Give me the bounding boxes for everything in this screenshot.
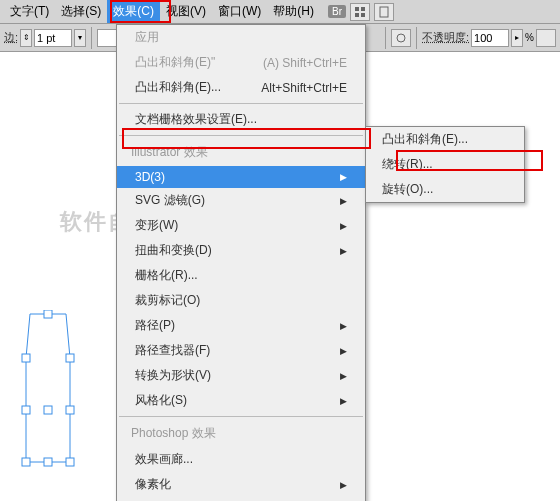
- submenu-arrow-icon: ▶: [340, 371, 347, 381]
- menu-item-extrude-alt[interactable]: 凸出和斜角(E)... Alt+Shift+Ctrl+E: [117, 75, 365, 100]
- menu-item-label: 栅格化(R)...: [135, 267, 198, 284]
- menu-view[interactable]: 视图(V): [160, 0, 212, 23]
- svg-rect-8: [66, 354, 74, 362]
- menu-item-distort-ps[interactable]: 扭曲 ▶: [117, 497, 365, 501]
- menu-select[interactable]: 选择(S): [55, 0, 107, 23]
- submenu-arrow-icon: ▶: [340, 172, 347, 182]
- menu-item-label: 像素化: [135, 476, 171, 493]
- menu-help[interactable]: 帮助(H): [267, 0, 320, 23]
- toolbar-button[interactable]: [536, 29, 556, 47]
- menu-item-label: 凸出和斜角(E)...: [135, 79, 221, 96]
- menu-item-raster-settings[interactable]: 文档栅格效果设置(E)...: [117, 107, 365, 132]
- submenu-item-extrude-bevel[interactable]: 凸出和斜角(E)...: [366, 127, 524, 152]
- menu-item-rasterize[interactable]: 栅格化(R)...: [117, 263, 365, 288]
- submenu-arrow-icon: ▶: [340, 480, 347, 490]
- toolbar-button[interactable]: [391, 29, 411, 47]
- stroke-dropdown-icon[interactable]: ▾: [74, 29, 86, 47]
- submenu-arrow-icon: ▶: [340, 221, 347, 231]
- menu-item-label: 凸出和斜角(E)": [135, 54, 215, 71]
- bridge-button[interactable]: Br: [328, 5, 346, 18]
- percent-label: %: [525, 32, 534, 43]
- menu-item-effect-gallery[interactable]: 效果画廊...: [117, 447, 365, 472]
- menu-item-label: 裁剪标记(O): [135, 292, 200, 309]
- svg-rect-13: [44, 458, 52, 466]
- menu-text[interactable]: 文字(T): [4, 0, 55, 23]
- svg-point-5: [397, 34, 405, 42]
- menu-item-stylize-ai[interactable]: 风格化(S) ▶: [117, 388, 365, 413]
- svg-rect-6: [44, 310, 52, 318]
- submenu-item-revolve[interactable]: 绕转(R)...: [366, 152, 524, 177]
- menu-item-3d[interactable]: 3D(3) ▶: [117, 166, 365, 188]
- submenu-arrow-icon: ▶: [340, 346, 347, 356]
- menu-separator: [119, 416, 363, 417]
- selected-shape[interactable]: [18, 310, 78, 470]
- grid-icon[interactable]: [350, 3, 370, 21]
- svg-rect-4: [380, 7, 388, 17]
- menu-header-illustrator: Illustrator 效果: [117, 139, 365, 166]
- menu-item-label: 路径查找器(F): [135, 342, 210, 359]
- submenu-arrow-icon: ▶: [340, 396, 347, 406]
- menu-item-convert-shape[interactable]: 转换为形状(V) ▶: [117, 363, 365, 388]
- menu-item-pathfinder[interactable]: 路径查找器(F) ▶: [117, 338, 365, 363]
- menu-item-shortcut: Alt+Shift+Ctrl+E: [261, 81, 347, 95]
- menu-item-path[interactable]: 路径(P) ▶: [117, 313, 365, 338]
- menu-item-apply: 应用: [117, 25, 365, 50]
- menubar: 文字(T) 选择(S) 效果(C) 视图(V) 窗口(W) 帮助(H) Br: [0, 0, 560, 24]
- svg-rect-1: [361, 7, 365, 11]
- separator: [385, 27, 386, 49]
- menu-item-shortcut: (A) Shift+Ctrl+E: [263, 56, 347, 70]
- submenu-3d: 凸出和斜角(E)... 绕转(R)... 旋转(O)...: [365, 126, 525, 203]
- menu-item-label: 应用: [135, 29, 159, 46]
- menu-item-svg-filter[interactable]: SVG 滤镜(G) ▶: [117, 188, 365, 213]
- stroke-stepper[interactable]: ⇕: [20, 29, 32, 47]
- stroke-input[interactable]: [34, 29, 72, 47]
- svg-rect-11: [22, 458, 30, 466]
- submenu-item-rotate[interactable]: 旋转(O)...: [366, 177, 524, 202]
- svg-rect-12: [66, 458, 74, 466]
- doc-icon[interactable]: [374, 3, 394, 21]
- svg-rect-2: [355, 13, 359, 17]
- opacity-label: 不透明度:: [422, 30, 469, 45]
- stroke-label: 边:: [4, 30, 18, 45]
- menu-item-warp[interactable]: 变形(W) ▶: [117, 213, 365, 238]
- menu-item-crop-marks[interactable]: 裁剪标记(O): [117, 288, 365, 313]
- svg-rect-9: [22, 406, 30, 414]
- submenu-arrow-icon: ▶: [340, 321, 347, 331]
- menu-item-label: 文档栅格效果设置(E)...: [135, 111, 257, 128]
- menu-item-label: 转换为形状(V): [135, 367, 211, 384]
- menu-separator: [119, 135, 363, 136]
- menu-window[interactable]: 窗口(W): [212, 0, 267, 23]
- menu-item-label: 效果画廊...: [135, 451, 193, 468]
- menu-item-label: 路径(P): [135, 317, 175, 334]
- menu-item-distort[interactable]: 扭曲和变换(D) ▶: [117, 238, 365, 263]
- svg-rect-10: [66, 406, 74, 414]
- separator: [91, 27, 92, 49]
- menu-item-label: 风格化(S): [135, 392, 187, 409]
- svg-rect-0: [355, 7, 359, 11]
- menu-effect[interactable]: 效果(C): [107, 0, 160, 23]
- separator: [416, 27, 417, 49]
- submenu-arrow-icon: ▶: [340, 196, 347, 206]
- menu-separator: [119, 103, 363, 104]
- menu-header-photoshop: Photoshop 效果: [117, 420, 365, 447]
- menu-item-label: SVG 滤镜(G): [135, 192, 205, 209]
- svg-rect-3: [361, 13, 365, 17]
- menu-item-label: 扭曲和变换(D): [135, 242, 212, 259]
- svg-rect-7: [22, 354, 30, 362]
- svg-rect-14: [44, 406, 52, 414]
- submenu-arrow-icon: ▶: [340, 246, 347, 256]
- opacity-input[interactable]: [471, 29, 509, 47]
- opacity-dropdown-icon[interactable]: ▸: [511, 29, 523, 47]
- menu-item-pixelate[interactable]: 像素化 ▶: [117, 472, 365, 497]
- effect-menu: 应用 凸出和斜角(E)" (A) Shift+Ctrl+E 凸出和斜角(E)..…: [116, 24, 366, 501]
- menu-item-extrude: 凸出和斜角(E)" (A) Shift+Ctrl+E: [117, 50, 365, 75]
- menu-item-label: 变形(W): [135, 217, 178, 234]
- menu-item-label: 3D(3): [135, 170, 165, 184]
